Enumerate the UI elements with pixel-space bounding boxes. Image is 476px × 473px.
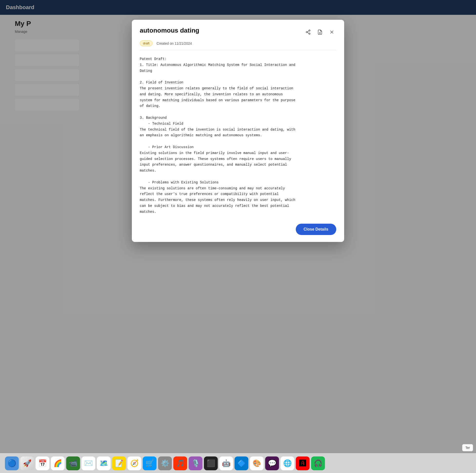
modal-header-actions — [304, 28, 336, 37]
dock-icon-figma[interactable]: 🎨 — [250, 456, 264, 470]
modal-title: autonomous dating — [140, 27, 199, 34]
dock-icon-launchpad[interactable]: 🚀 — [20, 456, 34, 470]
dock-icon-ai[interactable]: 🤖 — [219, 456, 233, 470]
macos-dock: 🔵 🚀 📅 🌈 📹 ✉️ 🗺️ 📝 🧭 🛒 ⚙️ 🎵 🎙️ ⬛ 🤖 🔷 🎨 💬 … — [0, 453, 476, 473]
download-button[interactable] — [316, 28, 324, 37]
dock-icon-notes[interactable]: 📝 — [112, 456, 126, 470]
dock-icon-photos[interactable]: 🌈 — [51, 456, 65, 470]
modal-body[interactable]: Patent Draft: 1. Title: Autonomous Algor… — [132, 50, 344, 219]
term-tooltip: Ter — [462, 444, 473, 451]
svg-line-4 — [307, 31, 309, 32]
dock-icon-calendar[interactable]: 📅 — [36, 456, 49, 470]
close-icon — [329, 29, 335, 35]
svg-point-1 — [306, 31, 308, 33]
dock-icon-maps[interactable]: 🗺️ — [97, 456, 111, 470]
dock-icon-facetime[interactable]: 📹 — [66, 456, 80, 470]
dock-icon-vscode[interactable]: 🔷 — [235, 456, 248, 470]
dock-icon-slack[interactable]: 💬 — [265, 456, 279, 470]
draft-badge: draft — [140, 40, 153, 46]
dock-icon-settings[interactable]: ⚙️ — [158, 456, 172, 470]
dock-icon-adobe[interactable]: 🅰 — [296, 456, 310, 470]
svg-line-3 — [307, 32, 309, 33]
dock-icon-chrome[interactable]: 🌐 — [280, 456, 294, 470]
close-modal-button[interactable] — [327, 28, 336, 37]
share-icon — [305, 29, 311, 35]
modal-header: autonomous dating — [132, 20, 344, 40]
dock-icon-music[interactable]: 🎵 — [173, 456, 187, 470]
dock-icon-terminal[interactable]: ⬛ — [204, 456, 218, 470]
share-button[interactable] — [304, 28, 313, 37]
svg-point-2 — [309, 33, 310, 35]
patent-text: Patent Draft: 1. Title: Autonomous Algor… — [140, 56, 336, 215]
dock-icon-app-store[interactable]: 🛒 — [143, 456, 157, 470]
modal-meta: draft Created on 11/21/2024 — [132, 40, 344, 50]
svg-point-0 — [309, 30, 310, 31]
download-icon — [317, 29, 323, 35]
dock-icon-finder[interactable]: 🔵 — [5, 456, 19, 470]
close-details-button[interactable]: Close Details — [296, 224, 336, 235]
created-date: Created on 11/21/2024 — [157, 41, 192, 45]
dock-icon-safari[interactable]: 🧭 — [127, 456, 141, 470]
dock-icon-podcasts[interactable]: 🎙️ — [189, 456, 202, 470]
dock-icon-mail[interactable]: ✉️ — [81, 456, 95, 470]
dock-icon-spotify[interactable]: 🎧 — [311, 456, 325, 470]
patent-detail-modal: autonomous dating — [132, 20, 344, 242]
modal-footer: Close Details — [132, 219, 344, 242]
